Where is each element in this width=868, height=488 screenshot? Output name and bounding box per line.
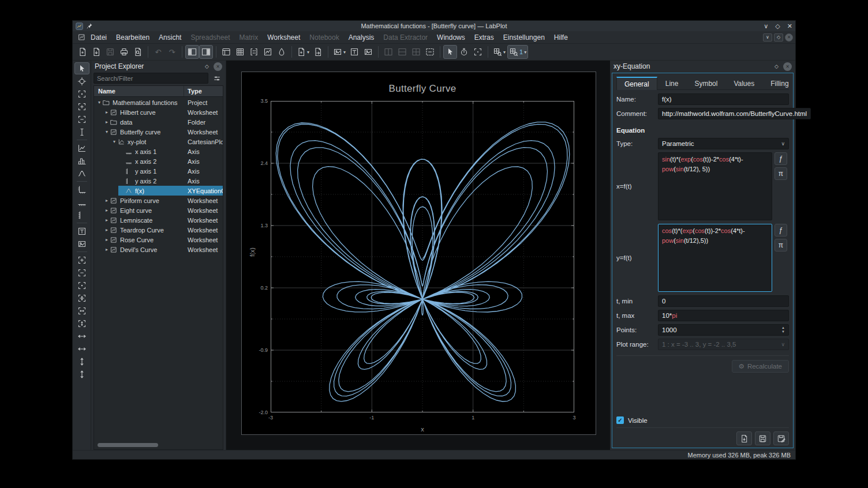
new-workbook-button[interactable] xyxy=(219,45,233,59)
comment-field[interactable]: http://mathworld.wolfram.com/ButterflyCu… xyxy=(658,108,811,119)
tree-row-butterfly-curve[interactable]: ▾Butterfly curveWorksheet xyxy=(94,127,223,137)
zoom-select-button[interactable] xyxy=(74,88,89,100)
presenter-dropdown[interactable]: 1▾ xyxy=(507,45,528,59)
tree-row-y-axis-1[interactable]: y axis 1Axis xyxy=(94,166,223,176)
insert-function-button[interactable]: ƒ xyxy=(775,152,787,165)
maximize-button[interactable]: ◇ xyxy=(775,22,780,30)
tree-row-mathematical-functions[interactable]: ▾Mathematical functionsProject xyxy=(94,97,223,107)
shift-up-y-button[interactable] xyxy=(74,355,89,367)
child-restore-button[interactable]: ∨ xyxy=(763,33,772,42)
tree-row-y-axis-2[interactable]: y axis 2Axis xyxy=(94,176,223,186)
tree-row-piriform-curve[interactable]: ▸Piriform curveWorksheet xyxy=(94,196,223,205)
add-text-label-button[interactable] xyxy=(347,45,361,59)
tree-row-x-axis-1[interactable]: x axis 1Axis xyxy=(94,147,223,156)
toggle-properties-explorer-button[interactable] xyxy=(199,45,213,59)
tree-row-hilbert-curve[interactable]: ▸Hilbert curveWorksheet xyxy=(94,107,223,117)
horizontal-scrollbar[interactable] xyxy=(96,442,220,448)
menu-datei[interactable]: Datei xyxy=(86,32,111,43)
tree-expander-icon[interactable]: ▾ xyxy=(103,129,110,134)
menu-worksheet[interactable]: Worksheet xyxy=(263,32,305,43)
tab-values[interactable]: Values xyxy=(725,77,762,90)
tree-row-rose-curve[interactable]: ▸Rose CurveWorksheet xyxy=(94,235,223,245)
add-new-dropdown[interactable]: ▾ xyxy=(295,45,311,59)
new-spreadsheet-button[interactable] xyxy=(233,45,247,59)
scrollbar-thumb[interactable] xyxy=(98,443,158,447)
dock-close-icon[interactable]: ✕ xyxy=(783,62,792,71)
child-close-button[interactable]: ✕ xyxy=(785,33,793,42)
zoom-fit-x-button[interactable] xyxy=(74,305,89,317)
navigate-mode-button[interactable] xyxy=(457,45,471,59)
tree-expander-icon[interactable]: ▾ xyxy=(111,139,118,144)
break-layout-button[interactable] xyxy=(423,45,437,59)
zoom-select-mode-button[interactable] xyxy=(471,45,485,59)
dock-float-icon[interactable]: ◇ xyxy=(203,62,211,71)
tree-expander-icon[interactable]: ▸ xyxy=(103,110,110,115)
crosshair-mode-button[interactable] xyxy=(74,75,89,87)
print-preview-button[interactable] xyxy=(131,45,145,59)
save-as-template-button[interactable] xyxy=(773,431,789,445)
add-axis-button[interactable] xyxy=(74,183,89,196)
tree-expander-icon[interactable]: ▸ xyxy=(103,208,110,213)
menu-analysis[interactable]: Analysis xyxy=(344,32,379,43)
open-project-button[interactable] xyxy=(89,45,103,59)
zoom-fit-button[interactable] xyxy=(74,292,89,304)
shift-down-y-button[interactable] xyxy=(74,368,89,380)
name-field[interactable]: f(x) xyxy=(658,93,789,105)
zoom-in-button[interactable] xyxy=(74,254,89,266)
tree-row-teardrop-curve[interactable]: ▸Teardrop CurveWorksheet xyxy=(94,225,223,235)
add-image-button[interactable] xyxy=(361,45,375,59)
menu-extras[interactable]: Extras xyxy=(470,32,499,43)
tab-line[interactable]: Line xyxy=(657,77,687,90)
shift-left-x-button[interactable] xyxy=(74,330,89,342)
add-xy-curve-button[interactable] xyxy=(74,142,89,154)
tree-row-eight-curve[interactable]: ▸Eight curveWorksheet xyxy=(94,205,223,215)
y-equation-input[interactable]: cos(t)*(exp(cos(t))-2*cos(4*t)-pow(sin(t… xyxy=(658,224,772,292)
menu-hilfe[interactable]: Hilfe xyxy=(549,32,573,43)
dock-close-icon[interactable]: ✕ xyxy=(214,62,222,71)
close-button[interactable]: ✕ xyxy=(787,22,792,30)
zoom-out-button[interactable] xyxy=(74,266,89,279)
new-note-button[interactable] xyxy=(275,45,289,59)
tmin-field[interactable]: 0 xyxy=(658,295,789,307)
tmax-field[interactable]: 10*pi xyxy=(658,310,789,321)
new-worksheet-button[interactable] xyxy=(261,45,275,59)
tree-expander-icon[interactable]: ▸ xyxy=(103,198,110,203)
add-image-button[interactable] xyxy=(74,238,89,250)
tree-expander-icon[interactable]: ▸ xyxy=(103,119,110,125)
add-x-axis-button[interactable] xyxy=(74,196,89,208)
worksheet-view[interactable]: Butterfly Curve f(x) x 3.52.41.30.2-0.9-… xyxy=(226,61,610,450)
insert-function-button[interactable]: ƒ xyxy=(775,224,787,237)
filter-options-button[interactable] xyxy=(211,73,223,84)
search-input[interactable] xyxy=(93,73,208,84)
tab-general[interactable]: General xyxy=(616,77,657,90)
insert-constant-button[interactable]: π xyxy=(775,167,787,180)
tab-filling[interactable]: Filling xyxy=(762,77,796,90)
column-header-type[interactable]: Type xyxy=(184,88,223,95)
dock-float-icon[interactable]: ◇ xyxy=(772,62,781,71)
export-dropdown[interactable]: ▾ xyxy=(331,45,347,59)
add-y-axis-button[interactable] xyxy=(74,209,89,221)
shift-right-x-button[interactable] xyxy=(74,343,89,355)
tree-expander-icon[interactable]: ▸ xyxy=(103,227,110,232)
equation-type-select[interactable]: Parametric ∨ xyxy=(658,138,789,149)
import-button[interactable] xyxy=(311,45,325,59)
magnification-dropdown[interactable]: ▾ xyxy=(491,45,507,59)
new-project-button[interactable] xyxy=(76,45,89,59)
add-text-label-button[interactable] xyxy=(74,225,89,237)
new-matrix-button[interactable] xyxy=(247,45,261,59)
tree-expander-icon[interactable]: ▸ xyxy=(103,237,110,242)
tree-row-devil-s-curve[interactable]: ▸Devil's CurveWorksheet xyxy=(94,245,223,254)
plot-area[interactable] xyxy=(271,101,574,412)
zoom-y-select-button[interactable] xyxy=(74,113,89,125)
tree-expander-icon[interactable]: ▾ xyxy=(96,100,103,105)
minimize-button[interactable]: ∨ xyxy=(764,22,768,30)
child-maximize-button[interactable]: ◇ xyxy=(774,33,783,42)
print-button[interactable] xyxy=(117,45,131,59)
tab-symbol[interactable]: Symbol xyxy=(686,77,725,90)
pin-icon[interactable] xyxy=(86,22,93,29)
zoom-origin-button[interactable] xyxy=(74,279,89,291)
zoom-x-select-button[interactable] xyxy=(74,100,89,112)
x-equation-input[interactable]: sin(t)*(exp(cos(t))-2*cos(4*t)-pow(sin(t… xyxy=(658,152,772,220)
insert-constant-button[interactable]: π xyxy=(775,239,787,251)
points-spinner[interactable]: 1000 ▲▼ xyxy=(658,324,789,336)
